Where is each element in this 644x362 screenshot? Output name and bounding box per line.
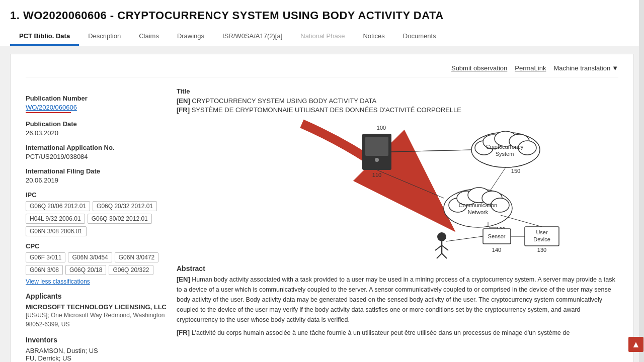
svg-line-46 (446, 236, 483, 241)
top-actions: Submit observation PermaLink Machine tra… (26, 64, 618, 77)
scroll-to-top-button[interactable]: ▲ (628, 337, 643, 352)
title-en: [EN] CRYPTOCURRENCY SYSTEM USING BODY AC… (177, 97, 618, 105)
svg-text:140: 140 (492, 247, 501, 253)
applicant-detail: [US/US]; One Microsoft Way Redmond, Wash… (26, 311, 167, 329)
cpc-tag-0[interactable]: G06F 3/011 (26, 252, 65, 262)
cpc-tag-1[interactable]: G06N 3/0454 (68, 252, 112, 262)
tab-drawings[interactable]: Drawings (168, 27, 213, 46)
tab-isr[interactable]: ISR/W0SA/A17(2)[a] (213, 27, 291, 46)
title-fr: [FR] SYSTÈME DE CRYPTOMONNAIE UTILISANT … (177, 106, 618, 114)
ipc-tag-4[interactable]: G06N 3/08 2006.01 (26, 226, 87, 236)
abstract-section: Abstract [EN] Human body activity associ… (177, 264, 618, 338)
abstract-fr-badge: [FR] (177, 329, 190, 336)
ipc-tag-0[interactable]: G06Q 20/06 2012.01 (26, 201, 90, 211)
intl-app-no: PCT/US2019/038084 (26, 153, 167, 160)
cpc-label: CPC (26, 242, 167, 250)
page-title-bar: 1. WO2020060606 - CRYPTOCURRENCY SYSTEM … (0, 0, 644, 27)
abstract-label: Abstract (177, 264, 618, 273)
svg-text:110: 110 (372, 172, 381, 178)
publication-date: 26.03.2020 (26, 129, 167, 137)
svg-point-39 (437, 232, 446, 241)
pub-date-label: Publication Date (26, 120, 167, 128)
svg-text:150: 150 (511, 168, 520, 174)
svg-text:User: User (536, 229, 548, 235)
chevron-down-icon: ▼ (612, 64, 618, 72)
fig1-diagram: 100 110 Cryptocurrency System (177, 119, 618, 259)
applicant-name: MICROSOFT TECHNOLOGY LICENSING, LLC (26, 303, 167, 311)
tab-pct-biblio[interactable]: PCT Biblio. Data (10, 27, 79, 46)
applicants-label: Applicants (26, 292, 167, 300)
title-fr-text: SYSTÈME DE CRYPTOMONNAIE UTILISANT DES D… (192, 106, 461, 114)
svg-line-16 (391, 150, 471, 152)
ipc-tag-2[interactable]: H04L 9/32 2006.01 (26, 214, 85, 224)
inventors-label: Inventors (26, 336, 167, 344)
title-en-badge: [EN] (177, 97, 190, 105)
abstract-en-badge: [EN] (177, 276, 190, 283)
cpc-tag-list: G06F 3/011 G06N 3/0454 G06N 3/0472 G06N … (26, 252, 167, 275)
svg-line-26 (491, 167, 506, 190)
tab-documents[interactable]: Documents (394, 27, 445, 46)
permalink-link[interactable]: PermaLink (515, 64, 546, 72)
abstract-en: [EN] Human body activity associated with… (177, 275, 618, 325)
abstract-fr-text: L'activité du corps humain associée à un… (192, 329, 570, 336)
right-column: Title [EN] CRYPTOCURRENCY SYSTEM USING B… (177, 87, 618, 362)
svg-rect-3 (365, 137, 388, 156)
main-content: Submit observation PermaLink Machine tra… (10, 54, 634, 362)
machine-translation-dropdown[interactable]: Machine translation ▼ (553, 64, 618, 72)
ipc-tag-1[interactable]: G06Q 20/32 2012.01 (93, 201, 157, 211)
ipc-tag-list: G06Q 20/06 2012.01 G06Q 20/32 2012.01 H0… (26, 201, 167, 236)
scrollbar (639, 0, 644, 362)
intl-filing-date: 20.06.2019 (26, 176, 167, 184)
tab-description[interactable]: Description (79, 27, 130, 46)
intl-filing-date-label: International Filing Date (26, 167, 167, 175)
submit-observation-link[interactable]: Submit observation (451, 64, 507, 72)
svg-text:Cryptocurrency: Cryptocurrency (486, 144, 524, 150)
svg-text:Communication: Communication (459, 202, 497, 208)
diagram-area: 100 110 Cryptocurrency System (177, 119, 618, 259)
ipc-tag-3[interactable]: G06Q 30/02 2012.01 (88, 214, 152, 224)
title-section: Title [EN] CRYPTOCURRENCY SYSTEM USING B… (177, 87, 618, 114)
svg-text:System: System (496, 151, 514, 157)
title-fr-badge: [FR] (177, 106, 190, 114)
svg-line-44 (442, 253, 447, 258)
publication-number[interactable]: WO/2020/060606 (26, 104, 167, 111)
svg-line-42 (442, 245, 448, 250)
tabs-bar: PCT Biblio. Data Description Claims Draw… (0, 27, 644, 46)
pub-number-label: Publication Number (26, 95, 167, 102)
content-grid: Publication Number WO/2020/060606 Public… (26, 87, 618, 362)
svg-text:Sensor: Sensor (488, 233, 506, 239)
svg-line-43 (437, 253, 442, 258)
svg-line-41 (435, 245, 442, 250)
tab-national-phase: National Phase (291, 27, 354, 46)
svg-point-4 (375, 158, 379, 162)
svg-line-38 (501, 215, 542, 227)
left-column: Publication Number WO/2020/060606 Public… (26, 87, 167, 362)
tab-notices[interactable]: Notices (354, 27, 393, 46)
cpc-tag-5[interactable]: G06Q 20/322 (109, 265, 153, 275)
intl-app-no-label: International Application No. (26, 144, 167, 151)
svg-text:Network: Network (468, 209, 489, 215)
inventor-1: FU, Derrick; US (26, 354, 167, 362)
abstract-fr: [FR] L'activité du corps humain associée… (177, 328, 618, 338)
cpc-tag-3[interactable]: G06N 3/08 (26, 265, 63, 275)
svg-text:Device: Device (533, 236, 550, 242)
svg-text:130: 130 (537, 247, 546, 253)
title-label: Title (177, 87, 618, 95)
view-less-link[interactable]: View less classifications (26, 278, 90, 285)
inventor-0: ABRAMSON, Dustin; US (26, 347, 167, 354)
tab-claims[interactable]: Claims (130, 27, 168, 46)
ipc-label: IPC (26, 191, 167, 199)
svg-text:100: 100 (377, 125, 386, 131)
page-title: 1. WO2020060606 - CRYPTOCURRENCY SYSTEM … (10, 9, 634, 22)
cpc-tag-2[interactable]: G06N 3/0472 (115, 252, 158, 262)
pub-number-underline (26, 112, 71, 113)
cpc-tag-4[interactable]: G06Q 20/18 (65, 265, 106, 275)
title-en-text: CRYPTOCURRENCY SYSTEM USING BODY ACTIVIT… (192, 97, 376, 105)
abstract-en-text: Human body activity associated with a ta… (177, 276, 615, 323)
